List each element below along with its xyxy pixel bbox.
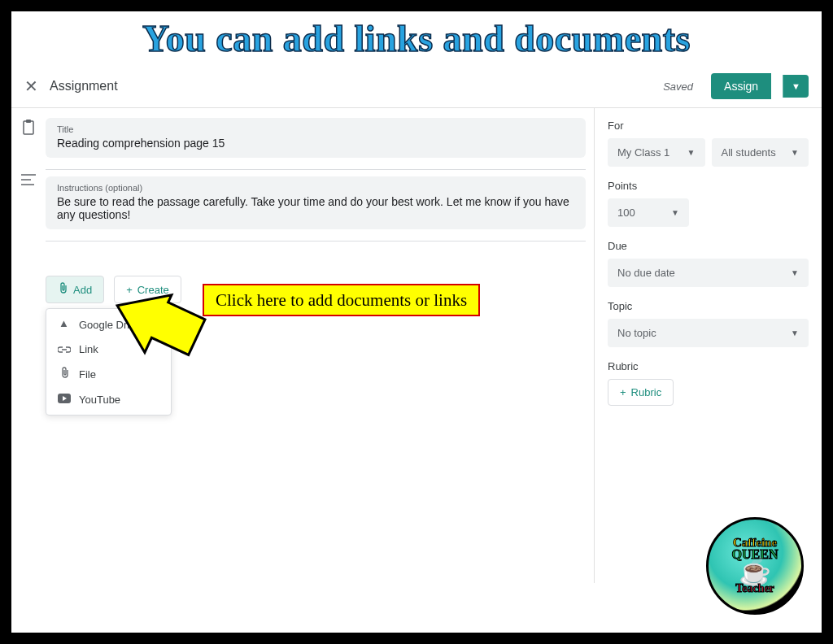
instructions-label: Instructions (optional) [57, 183, 574, 193]
coffee-cup-icon: ☕ [732, 560, 778, 584]
add-button[interactable]: Add [46, 276, 104, 303]
due-select[interactable]: No due date ▼ [608, 259, 809, 287]
plus-icon: + [620, 386, 626, 398]
file-label: File [79, 368, 96, 381]
dropdown-item-youtube[interactable]: YouTube [46, 387, 171, 411]
instructions-value: Be sure to read the passage carefully. T… [57, 195, 574, 221]
rubric-btn-label: Rubric [631, 386, 662, 398]
points-label: Points [608, 180, 809, 192]
due-label: Due [608, 240, 809, 252]
students-value: All students [722, 146, 776, 159]
logo-line3: Teacher [732, 584, 778, 594]
points-value: 100 [617, 207, 635, 219]
side-panel: For My Class 1 ▼ All students ▼ Points 1… [594, 108, 822, 583]
topic-select[interactable]: No topic ▼ [608, 319, 809, 347]
topic-value: No topic [617, 327, 656, 339]
students-select[interactable]: All students ▼ [712, 138, 809, 167]
youtube-icon [58, 393, 71, 406]
rubric-button[interactable]: + Rubric [608, 379, 674, 406]
chevron-down-icon: ▼ [791, 268, 799, 277]
svg-rect-0 [24, 121, 33, 134]
instructions-card[interactable]: Instructions (optional) Be sure to read … [46, 176, 586, 229]
link-label: Link [79, 343, 98, 355]
dropdown-item-file[interactable]: File [46, 361, 171, 387]
callout-annotation: Click here to add documents or links [203, 284, 480, 316]
chevron-down-icon: ▼ [671, 208, 679, 217]
assign-dropdown-button[interactable]: ▼ [783, 75, 809, 98]
youtube-label: YouTube [79, 394, 120, 406]
title-card[interactable]: Title Reading comprehension page 15 [46, 118, 586, 158]
topic-label: Topic [608, 300, 809, 312]
file-icon [58, 367, 71, 381]
link-icon [58, 342, 71, 355]
drive-icon [58, 318, 71, 331]
due-value: No due date [617, 267, 675, 279]
text-align-icon [11, 172, 46, 189]
divider [46, 169, 586, 170]
paperclip-icon [58, 282, 68, 297]
clipboard-icon [11, 120, 46, 140]
chevron-down-icon: ▼ [791, 329, 799, 337]
add-label: Add [73, 284, 92, 296]
brand-logo: Caffeine QUEEN ☕ Teacher [706, 517, 804, 615]
rubric-label: Rubric [608, 360, 809, 372]
arrow-annotation [109, 292, 207, 357]
for-label: For [608, 120, 809, 132]
saved-status: Saved [663, 80, 693, 93]
divider [46, 241, 586, 242]
chevron-down-icon: ▼ [791, 148, 799, 157]
class-value: My Class 1 [617, 146, 669, 159]
svg-rect-1 [26, 120, 31, 123]
points-select[interactable]: 100 ▼ [608, 198, 689, 227]
assign-button[interactable]: Assign [711, 73, 771, 99]
left-rail [11, 108, 46, 583]
title-value: Reading comprehension page 15 [57, 137, 574, 150]
title-label: Title [57, 124, 574, 134]
top-bar: ✕ Assignment Saved Assign ▼ [11, 65, 822, 108]
banner-heading: You can add links and documents [11, 11, 822, 65]
class-select[interactable]: My Class 1 ▼ [608, 138, 705, 167]
page-title: Assignment [50, 79, 652, 94]
chevron-down-icon: ▼ [687, 148, 696, 157]
close-icon[interactable]: ✕ [24, 76, 38, 96]
